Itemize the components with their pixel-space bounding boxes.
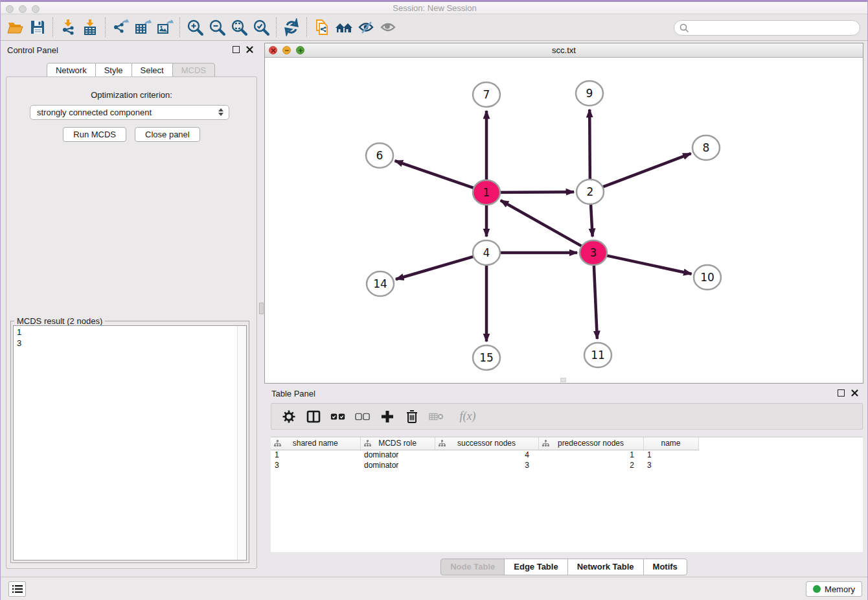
home-icon[interactable] [333, 17, 355, 38]
import-table-icon[interactable] [79, 17, 101, 38]
table-toolbar: f(x) [271, 403, 863, 430]
mcds-result-text: 1 3 [14, 326, 246, 349]
tab-network-table[interactable]: Network Table [567, 559, 644, 575]
open-session-icon[interactable] [5, 17, 27, 38]
eye-icon[interactable] [377, 17, 399, 38]
cell-predecessor-nodes[interactable]: 2 [538, 460, 643, 470]
panel-splitter[interactable] [258, 41, 264, 577]
network-graph[interactable]: 7968124314101511 [265, 58, 863, 383]
zoom-out-icon[interactable] [206, 17, 228, 38]
edge-1-2[interactable] [493, 192, 574, 192]
app-title: Session: New Session [1, 3, 868, 13]
column-header-name[interactable]: name [643, 437, 698, 450]
column-header-shared-name[interactable]: shared name [271, 437, 360, 450]
edge-3-1[interactable] [501, 200, 588, 249]
status-menu-button[interactable] [8, 581, 26, 597]
node-7[interactable]: 7 [473, 82, 500, 107]
table-panel-tabs: Node TableEdge TableNetwork TableMotifs [264, 559, 863, 575]
save-session-icon[interactable] [27, 17, 49, 38]
app-titlebar: Session: New Session [1, 0, 868, 14]
node-1[interactable]: 1 [473, 180, 500, 205]
edge-1-6[interactable] [395, 161, 481, 190]
zoom-in-icon[interactable] [184, 17, 206, 38]
splitter-handle[interactable] [259, 303, 264, 314]
edge-3-11[interactable] [593, 259, 597, 339]
import-network-icon[interactable] [57, 17, 79, 38]
cytoscape-app: { "window": { "title": "Session: New Ses… [0, 0, 868, 600]
edge-2-8[interactable] [596, 154, 691, 190]
result-scrollbar[interactable] [237, 326, 246, 560]
node-15[interactable]: 15 [473, 345, 500, 370]
cell-shared-name[interactable]: 1 [271, 450, 360, 460]
node-4[interactable]: 4 [473, 240, 500, 265]
edge-3-10[interactable] [600, 254, 692, 274]
edge-2-9[interactable] [589, 110, 590, 185]
table-row[interactable]: 3dominator323 [271, 460, 698, 470]
column-header-MCDS-role[interactable]: MCDS role [360, 437, 435, 450]
column-label: shared name [293, 439, 338, 448]
edge-4-14[interactable] [396, 255, 480, 279]
search-input[interactable] [674, 20, 860, 36]
close-panel-icon[interactable] [246, 46, 253, 53]
network-window-titlebar[interactable]: scc.txt [265, 43, 863, 58]
unselect-all-icon[interactable] [355, 408, 371, 425]
close-panel-button[interactable]: Close panel [135, 127, 200, 142]
node-label-4: 4 [483, 246, 490, 259]
cell-successor-nodes[interactable]: 4 [435, 450, 538, 460]
control-panel-title: Control Panel [7, 45, 58, 55]
cell-shared-name[interactable]: 3 [271, 460, 360, 470]
zoom-fit-icon[interactable] [228, 17, 250, 38]
node-6[interactable]: 6 [366, 143, 393, 168]
show-graphics-details-icon[interactable] [355, 17, 377, 38]
zoom-selected-icon[interactable] [250, 17, 272, 38]
split-columns-icon[interactable] [306, 408, 321, 425]
tab-node-table[interactable]: Node Table [440, 559, 505, 575]
node-14[interactable]: 14 [367, 271, 394, 296]
table-row[interactable]: 1dominator411 [271, 450, 698, 460]
node-3[interactable]: 3 [580, 240, 607, 265]
select-all-icon[interactable] [330, 408, 346, 425]
cell-MCDS-role[interactable]: dominator [360, 450, 435, 460]
toolbar-separator [276, 17, 277, 37]
memory-status-icon [813, 585, 821, 593]
node-9[interactable]: 9 [576, 81, 603, 106]
tab-motifs[interactable]: Motifs [643, 559, 687, 575]
tab-edge-table[interactable]: Edge Table [504, 559, 567, 575]
export-network-icon[interactable] [109, 17, 131, 38]
refresh-icon[interactable] [280, 17, 303, 38]
column-header-predecessor-nodes[interactable]: predecessor nodes [538, 437, 643, 450]
export-image-icon[interactable] [154, 17, 176, 38]
cell-MCDS-role[interactable]: dominator [360, 460, 435, 470]
run-mcds-button[interactable]: Run MCDS [63, 127, 126, 142]
network-canvas[interactable]: 7968124314101511 [265, 58, 863, 383]
float-panel-icon[interactable] [233, 46, 240, 53]
delete-table-icon[interactable] [429, 408, 444, 425]
mcds-result-group: MCDS result (2 nodes) 1 3 [10, 321, 249, 563]
close-table-panel-icon[interactable] [851, 389, 858, 397]
cell-name[interactable]: 1 [643, 450, 698, 460]
node-8[interactable]: 8 [692, 135, 720, 160]
float-table-panel-icon[interactable] [838, 389, 845, 397]
cell-predecessor-nodes[interactable]: 1 [538, 450, 643, 460]
add-column-icon[interactable] [380, 408, 395, 425]
cell-name[interactable]: 3 [643, 460, 698, 470]
function-builder-icon[interactable]: f(x) [453, 408, 482, 425]
node-11[interactable]: 11 [584, 343, 611, 367]
canvas-resize-grip[interactable] [560, 378, 566, 382]
node-10[interactable]: 10 [694, 265, 721, 290]
column-header-successor-nodes[interactable]: successor nodes [435, 437, 538, 450]
node-label-10: 10 [700, 271, 714, 284]
delete-column-icon[interactable] [404, 408, 420, 425]
node-label-15: 15 [479, 351, 494, 364]
export-table-icon[interactable] [131, 17, 154, 38]
criterion-select[interactable]: strongly connected component [30, 105, 229, 120]
gear-icon[interactable] [281, 408, 297, 425]
toolbar-separator [105, 17, 106, 37]
toolbar-separator [306, 17, 307, 37]
clone-network-icon[interactable] [311, 17, 333, 38]
memory-button[interactable]: Memory [806, 581, 862, 597]
node-table-grid[interactable]: shared nameMCDS rolesuccessor nodesprede… [271, 437, 699, 470]
cell-successor-nodes[interactable]: 3 [435, 460, 538, 470]
node-2[interactable]: 2 [577, 179, 604, 204]
mcds-result-area[interactable]: 1 3 [13, 325, 247, 560]
